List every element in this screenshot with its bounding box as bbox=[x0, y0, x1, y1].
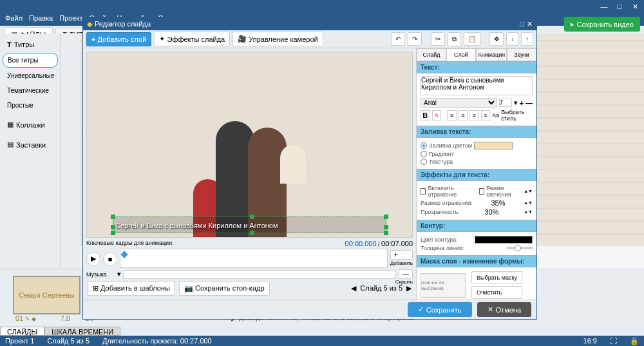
ptab-anim[interactable]: Анимация bbox=[476, 48, 507, 61]
sec-fill-header: Заливка текста: bbox=[417, 126, 536, 138]
check-icon: ✓ bbox=[418, 305, 424, 314]
slide-nav-label: Слайд 5 из 5 bbox=[360, 284, 402, 292]
slide-fx-button[interactable]: ✦Эффекты слайда bbox=[154, 32, 230, 46]
font-size-input[interactable] bbox=[499, 99, 512, 107]
align-justify[interactable]: ≡ bbox=[481, 110, 491, 120]
modal-close-icon[interactable]: ✕ bbox=[527, 20, 533, 28]
filter-simple[interactable]: Простые bbox=[3, 99, 58, 112]
text-input[interactable] bbox=[421, 76, 533, 95]
tab-timescale[interactable]: ШКАЛА ВРЕМЕНИ bbox=[44, 327, 120, 336]
slide-thumb-1[interactable]: Семья Сергеевы 01 ✎ ◆ 7.0 bbox=[13, 276, 80, 314]
kf-hide-button[interactable]: — bbox=[399, 269, 413, 279]
choose-mask-button[interactable]: Выбрать маску bbox=[471, 271, 522, 284]
filter-all[interactable]: Все титры bbox=[3, 53, 58, 68]
menu-edit[interactable]: Правка bbox=[29, 14, 53, 26]
titles-tab[interactable]: T Титры bbox=[3, 37, 58, 52]
cut-button[interactable]: ✂ bbox=[431, 32, 445, 46]
filter-universal[interactable]: Универсальные bbox=[3, 69, 58, 82]
slide-number: 01 ✎ ◆ 7.0 bbox=[15, 314, 70, 322]
menu-file[interactable]: Файл bbox=[5, 14, 23, 26]
chk-reflect[interactable] bbox=[421, 188, 426, 195]
kf-add-button[interactable]: + bbox=[390, 250, 413, 260]
sparkle-icon: ✦ bbox=[159, 35, 165, 43]
down-icon[interactable]: ↓ bbox=[506, 32, 518, 46]
style-select[interactable]: Выбрать стиль bbox=[501, 109, 533, 122]
align-center[interactable]: ≡ bbox=[459, 110, 468, 120]
chevron-down-icon[interactable]: ▾ bbox=[117, 270, 121, 278]
slide-editor-modal: ◆ Редактор слайда □ ✕ + Добавить слой ✦Э… bbox=[82, 17, 537, 320]
radio-solid[interactable] bbox=[421, 142, 427, 149]
paste-button[interactable]: 📋 bbox=[464, 32, 480, 46]
tab-slides[interactable]: СЛАЙДЫ bbox=[0, 327, 44, 336]
ptab-slide[interactable]: Слайд bbox=[417, 48, 446, 61]
fullscreen-icon[interactable]: ⛶ bbox=[610, 337, 617, 345]
template-icon: ⊞ bbox=[93, 284, 99, 293]
font-select[interactable]: Arial bbox=[421, 98, 497, 108]
save-video-button[interactable]: ▸Сохранить видео bbox=[564, 17, 640, 32]
align-left[interactable]: ≡ bbox=[447, 110, 457, 120]
film-icon: ▤ bbox=[7, 140, 14, 149]
close-icon[interactable]: ✕ bbox=[629, 1, 641, 12]
bold-button[interactable]: B bbox=[421, 110, 430, 120]
modal-maximize-icon[interactable]: □ bbox=[520, 20, 524, 28]
stop-button[interactable]: ■ bbox=[103, 252, 117, 266]
maximize-icon[interactable]: □ bbox=[613, 1, 626, 12]
snapshot-icon: 📷 bbox=[184, 284, 193, 293]
outline-color-swatch[interactable] bbox=[475, 236, 533, 244]
editor-canvas[interactable]: Сергей и Вика с сыновьями Кириллом и Ант… bbox=[86, 52, 413, 238]
play-button[interactable]: ▶ bbox=[86, 252, 100, 266]
add-layer-button[interactable]: + Добавить слой bbox=[86, 32, 151, 46]
sec-text-header: Текст: bbox=[417, 61, 536, 73]
clear-mask-button[interactable]: Очистить bbox=[471, 286, 522, 299]
section-intros[interactable]: ▤Заставки bbox=[3, 137, 58, 152]
sec-mask-header: Маска слоя - изменение формы: bbox=[417, 255, 536, 267]
grid-icon: ▦ bbox=[7, 120, 14, 129]
up-icon[interactable]: ↑ bbox=[521, 32, 533, 46]
copy-button[interactable]: ⧉ bbox=[448, 32, 461, 46]
title-bar: — □ ✕ bbox=[0, 0, 644, 14]
music-track[interactable] bbox=[124, 270, 396, 279]
modal-title-bar: ◆ Редактор слайда □ ✕ bbox=[83, 17, 536, 30]
align-right[interactable]: ≡ bbox=[469, 110, 479, 120]
x-icon: ✕ bbox=[488, 305, 493, 314]
save-frame-button[interactable]: 📷Сохранить стоп-кадр bbox=[179, 281, 270, 296]
camera-button[interactable]: 🎥Управление камерой bbox=[232, 32, 323, 46]
lock-icon[interactable]: 🔒 bbox=[630, 337, 639, 345]
timeline-tabs: СЛАЙДЫ ШКАЛА ВРЕМЕНИ bbox=[0, 327, 120, 336]
keyframes: Ключевые кадры для анимации: 00:00.000 /… bbox=[86, 238, 413, 280]
ptab-layer[interactable]: Слой bbox=[446, 48, 476, 61]
radio-texture[interactable] bbox=[421, 159, 427, 165]
sec-fx-header: Эффекты для текста: bbox=[417, 169, 536, 181]
modal-save-button[interactable]: ✓Сохранить bbox=[408, 302, 472, 317]
modal-cancel-button[interactable]: ✕Отмена bbox=[477, 302, 531, 317]
status-slide: Слайд 5 из 5 bbox=[47, 337, 90, 345]
chevron-down-icon[interactable]: ▾ bbox=[514, 99, 518, 107]
menu-project[interactable]: Проект bbox=[59, 14, 82, 26]
next-slide-icon[interactable]: ▶ bbox=[406, 284, 412, 293]
radio-gradient[interactable] bbox=[421, 151, 427, 157]
color-button[interactable]: A bbox=[432, 110, 442, 120]
dec-button[interactable]: — bbox=[526, 99, 533, 107]
modal-toolbar: + Добавить слой ✦Эффекты слайда 🎥Управле… bbox=[83, 30, 536, 48]
properties-panel: Слайд Слой Анимация Звуки Текст: Arial ▾… bbox=[416, 48, 536, 300]
move-icon[interactable]: ✥ bbox=[489, 32, 504, 46]
undo-button[interactable]: ↶ bbox=[391, 32, 405, 46]
ptab-sound[interactable]: Звуки bbox=[507, 48, 536, 61]
mask-preview: (маска не выбрана) bbox=[421, 273, 466, 298]
fill-color-swatch[interactable] bbox=[474, 142, 513, 149]
inc-button[interactable]: + bbox=[520, 99, 524, 107]
chk-glow[interactable] bbox=[479, 188, 484, 195]
filter-thematic[interactable]: Тематические bbox=[3, 84, 58, 97]
caption-overlay[interactable]: Сергей и Вика с сыновьями Кириллом и Ант… bbox=[113, 216, 386, 233]
window-controls: — □ ✕ bbox=[598, 1, 641, 12]
minimize-icon[interactable]: — bbox=[598, 1, 611, 12]
section-collages[interactable]: ▦Коллажи bbox=[3, 117, 58, 132]
prev-slide-icon[interactable]: ◀ bbox=[351, 284, 356, 293]
status-bar: Проект 1 Слайд 5 из 5 Длительность проек… bbox=[0, 336, 644, 346]
add-template-button[interactable]: ⊞Добавить в шаблоны bbox=[88, 281, 175, 296]
outline-width-slider[interactable] bbox=[507, 247, 533, 249]
keyframe-track[interactable] bbox=[120, 249, 388, 268]
redo-button[interactable]: ↷ bbox=[408, 32, 422, 46]
status-duration: Длительность проекта: 00:27.000 bbox=[102, 337, 212, 345]
modal-icon: ◆ bbox=[87, 20, 92, 28]
